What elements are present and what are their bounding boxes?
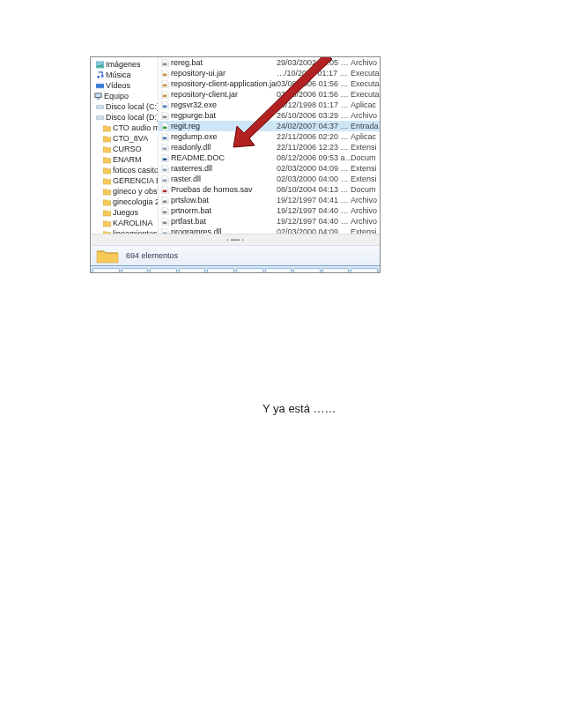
tree-item[interactable]: Imágenes xyxy=(91,59,158,70)
adobe-reader-icon[interactable] xyxy=(265,268,292,273)
dll-icon xyxy=(161,144,169,152)
tree-item[interactable]: CTO_8VA xyxy=(91,133,158,144)
file-date: 24/02/2007 04:37 … xyxy=(277,121,351,131)
file-name: regit.reg xyxy=(171,121,277,131)
file-row[interactable]: prtnorm.bat19/12/1997 04:40 …Archivo xyxy=(159,205,380,216)
tree-item[interactable]: GERENCIA EN xyxy=(91,175,158,186)
file-row[interactable]: rasterres.dll02/03/2000 04:09 …Extensi xyxy=(159,163,380,174)
media-player-icon[interactable] xyxy=(150,268,177,273)
tree-item-label: GERENCIA EN xyxy=(113,175,158,186)
file-row[interactable]: prtfast.bat19/12/1997 04:40 …Archivo xyxy=(159,216,380,227)
file-row[interactable]: repository-client-application.jar03/08/2… xyxy=(159,78,380,89)
file-row[interactable]: programres.dll02/03/2000 04:09 …Extensi xyxy=(159,227,380,234)
file-row[interactable]: repository-client.jar03/08/2006 01:56 …E… xyxy=(159,89,380,100)
word-icon[interactable] xyxy=(179,268,206,273)
tree-item[interactable]: ginecologia 20 xyxy=(91,197,158,207)
chrome-icon xyxy=(213,271,229,273)
drive-icon xyxy=(96,103,104,111)
file-name: regsvr32.exe xyxy=(171,100,277,110)
file-date: 22/11/2006 02:20 … xyxy=(277,131,351,142)
folder-icon xyxy=(103,124,111,132)
computer-icon xyxy=(94,93,102,100)
file-row[interactable]: regdump.exe22/11/2006 02:20 …Aplicac xyxy=(159,131,380,142)
skype-icon[interactable] xyxy=(293,268,321,273)
tree-item[interactable]: gineco y obstr xyxy=(91,186,158,197)
dll-icon xyxy=(161,175,169,183)
start-orb[interactable] xyxy=(92,268,120,273)
svg-rect-11 xyxy=(162,179,166,182)
folder-large-icon xyxy=(96,247,119,264)
explorer-icon[interactable] xyxy=(122,268,149,273)
dll-icon xyxy=(161,228,169,234)
file-type: Aplicac xyxy=(351,100,380,110)
file-date: 03/08/2006 01:56 … xyxy=(277,89,351,100)
svg-rect-16 xyxy=(162,232,166,234)
tree-item[interactable]: KAROLINA xyxy=(91,218,158,228)
tree-item[interactable]: lineamientos xyxy=(91,228,158,234)
file-list[interactable]: rereg.bat29/03/2002 01:05 …Archivoreposi… xyxy=(159,57,380,234)
tree-item[interactable]: CTO audio mp xyxy=(91,123,158,133)
file-name: rereg.bat xyxy=(171,57,277,68)
tree-item[interactable]: Equipo xyxy=(91,91,158,101)
file-type: Extensi xyxy=(351,227,380,234)
svg-rect-8 xyxy=(162,147,166,150)
file-row[interactable]: raster.dll02/03/2000 04:00 …Extensi xyxy=(159,174,380,184)
chrome-icon[interactable] xyxy=(207,268,234,273)
file-name: regpurge.bat xyxy=(171,110,277,121)
svg-point-36 xyxy=(358,272,372,273)
bat-icon xyxy=(161,207,169,215)
winrar-icon[interactable] xyxy=(351,268,378,273)
tree-item-label: Música xyxy=(106,70,131,80)
tree-item[interactable]: CURSO xyxy=(91,144,158,154)
file-row[interactable]: prtslow.bat19/12/1997 04:41 …Archivo xyxy=(159,195,380,205)
folder-icon xyxy=(103,167,111,175)
folder-icon xyxy=(103,230,111,234)
file-type: Entrada xyxy=(351,121,380,131)
svg-rect-5 xyxy=(162,115,166,118)
file-row[interactable]: regpurge.bat26/10/2006 03:29 …Archivo xyxy=(159,110,380,121)
tree-item[interactable]: Disco local (D:) xyxy=(91,112,158,123)
explorer-icon xyxy=(127,271,143,273)
tree-item[interactable]: foticos casitos xyxy=(91,165,158,175)
tree-item[interactable]: ENARM xyxy=(91,154,158,165)
file-type: Executa xyxy=(351,68,380,78)
sav-icon xyxy=(161,186,169,194)
file-row[interactable]: rereg.bat29/03/2002 01:05 …Archivo xyxy=(159,57,380,68)
ie-icon xyxy=(241,271,257,273)
powerpoint-icon[interactable] xyxy=(322,268,350,273)
svg-rect-13 xyxy=(162,200,166,203)
tree-item[interactable]: Disco local (C:) xyxy=(91,101,158,112)
folder-tree[interactable]: ImágenesMúsicaVídeosEquipoDisco local (C… xyxy=(91,57,159,234)
file-row[interactable]: regsvr32.exe09/12/1998 01:17 …Aplicac xyxy=(159,100,380,110)
file-date: 08/10/2004 04:13 … xyxy=(277,184,351,195)
file-name: Pruebas de hornos.sav xyxy=(171,184,277,195)
ie-icon[interactable] xyxy=(236,268,263,273)
tree-item-label: KAROLINA xyxy=(113,218,153,228)
file-row[interactable]: readonly.dll22/11/2006 12:23 …Extensi xyxy=(159,142,380,152)
tree-item-label: Juegos xyxy=(113,207,138,218)
svg-point-28 xyxy=(242,272,256,273)
file-row[interactable]: README.DOC08/12/2006 09:53 a…Docum xyxy=(159,152,380,163)
tree-item[interactable]: Juegos xyxy=(91,207,158,218)
file-name: repository-ui.jar xyxy=(171,68,277,78)
file-row[interactable]: Pruebas de hornos.sav08/10/2004 04:13 …D… xyxy=(159,184,380,195)
tree-item[interactable]: Vídeos xyxy=(91,80,158,91)
file-row[interactable]: repository-ui.jar…/10/2006 01:17 …Execut… xyxy=(159,68,380,78)
tree-item-label: Equipo xyxy=(104,91,129,101)
file-name: README.DOC xyxy=(171,152,277,163)
svg-rect-4 xyxy=(162,105,166,108)
exe-icon xyxy=(161,133,169,141)
status-bar: 694 elementos xyxy=(91,245,380,265)
bat-icon xyxy=(161,197,169,204)
horizontal-scrollbar[interactable]: ‹ ━━ › xyxy=(91,234,380,245)
jar-icon xyxy=(161,80,169,88)
file-row[interactable]: regit.reg24/02/2007 04:37 …Entrada xyxy=(159,121,380,131)
file-date: 02/03/2000 04:09 … xyxy=(277,163,351,174)
folder-icon xyxy=(103,177,111,185)
dll-icon xyxy=(161,165,169,173)
taskbar[interactable] xyxy=(91,265,380,273)
tree-item[interactable]: Música xyxy=(91,70,158,80)
file-name: prtslow.bat xyxy=(171,195,277,205)
bat-icon xyxy=(161,59,169,67)
svg-point-32 xyxy=(299,272,314,273)
